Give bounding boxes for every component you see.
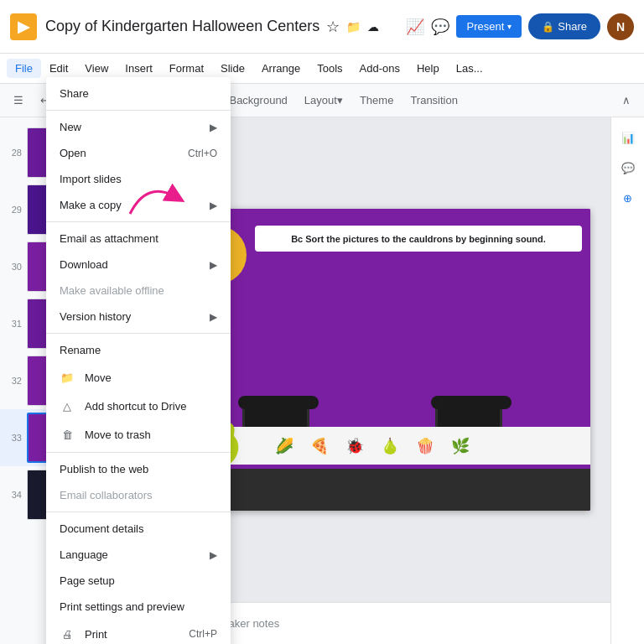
menu-last-edit[interactable]: Las...: [448, 59, 491, 78]
menu-item-open[interactable]: Open Ctrl+O: [46, 140, 231, 166]
app-icon: ▶: [10, 13, 37, 40]
new-arrow: ▶: [210, 122, 217, 133]
user-avatar[interactable]: N: [607, 13, 634, 40]
publish-label: Publish to the web: [60, 463, 148, 475]
open-shortcut: Ctrl+O: [188, 148, 217, 159]
expand-right-icon[interactable]: ⊕: [615, 184, 641, 211]
toolbar-transition[interactable]: Transition: [403, 91, 465, 110]
download-arrow: ▶: [210, 259, 217, 271]
move-folder-icon: 📁: [60, 370, 75, 385]
menu-item-print-settings[interactable]: Print settings and preview: [46, 594, 231, 620]
menu-item-email[interactable]: Email as attachment: [46, 226, 231, 252]
menu-item-page-setup[interactable]: Page setup: [46, 568, 231, 594]
menu-item-move[interactable]: 📁 Move: [46, 363, 231, 392]
print-settings-label: Print settings and preview: [60, 600, 184, 613]
present-button[interactable]: Present ▾: [456, 15, 522, 38]
doc-title-text: Copy of Kindergarten Halloween Centers: [45, 18, 319, 35]
copy-arrow: ▶: [210, 200, 217, 211]
details-label: Document details: [60, 522, 143, 535]
folder-icon[interactable]: 📁: [346, 20, 361, 34]
page-setup-label: Page setup: [60, 574, 115, 587]
menu-item-publish[interactable]: Publish to the web: [46, 456, 231, 482]
history-arrow: ▶: [210, 311, 217, 323]
menu-format[interactable]: Format: [161, 59, 212, 78]
move-label: Move: [85, 371, 112, 384]
import-label: Import slides: [60, 173, 122, 185]
toolbar-menu-btn[interactable]: ☰: [7, 91, 30, 110]
share-button[interactable]: 🔒 Share: [528, 13, 600, 39]
slide-number-32: 32: [7, 376, 22, 386]
menu-item-email-collab: Email collaborators: [46, 482, 231, 508]
divider-2: [46, 221, 231, 222]
print-icon: 🖨: [60, 626, 75, 641]
toolbar-layout[interactable]: Layout▾: [298, 91, 350, 110]
open-label: Open: [60, 147, 86, 159]
drive-icon: △: [60, 398, 75, 413]
menu-tools[interactable]: Tools: [309, 59, 351, 78]
language-arrow: ▶: [210, 549, 217, 561]
email-collab-label: Email collaborators: [60, 489, 153, 501]
language-label: Language: [60, 548, 108, 561]
print-shortcut: Ctrl+P: [189, 628, 217, 640]
analytics-icon[interactable]: 📈: [406, 18, 424, 36]
copy-label: Make a copy: [60, 199, 122, 211]
menu-item-trash[interactable]: 🗑 Move to trash: [46, 420, 231, 449]
menu-item-history[interactable]: Version history ▶: [46, 304, 231, 330]
new-label: New: [60, 121, 81, 133]
menu-file[interactable]: File: [7, 59, 41, 78]
menu-slide[interactable]: Slide: [212, 59, 253, 78]
slide-number-34: 34: [7, 490, 22, 500]
menu-item-rename[interactable]: Rename: [46, 337, 231, 363]
comment-icon[interactable]: 💬: [431, 18, 449, 36]
menu-item-language[interactable]: Language ▶: [46, 542, 231, 568]
menu-item-offline: Make available offline: [46, 278, 231, 304]
menu-view[interactable]: View: [76, 59, 117, 78]
trash-icon: 🗑: [60, 427, 75, 442]
top-bar: ▶ Copy of Kindergarten Halloween Centers…: [0, 0, 644, 54]
toolbar-collapse[interactable]: ∧: [615, 91, 637, 110]
right-sidebar: 📊 💬 ⊕: [610, 117, 644, 644]
menu-help[interactable]: Help: [408, 59, 448, 78]
slide-number-31: 31: [7, 319, 22, 329]
menu-arrange[interactable]: Arrange: [253, 59, 309, 78]
slide-number-29: 29: [7, 205, 22, 215]
slide-number-33: 33: [7, 433, 22, 443]
trash-label: Move to trash: [85, 428, 151, 441]
file-dropdown-menu: Share New ▶ Open Ctrl+O Import slides Ma…: [46, 77, 231, 644]
menu-item-share[interactable]: Share: [46, 80, 231, 106]
menu-item-shortcut[interactable]: △ Add shortcut to Drive: [46, 392, 231, 420]
menu-insert[interactable]: Insert: [117, 59, 161, 78]
menu-item-print[interactable]: 🖨 Print Ctrl+P: [46, 620, 231, 644]
present-dropdown-icon: ▾: [507, 22, 512, 31]
menu-item-import[interactable]: Import slides: [46, 166, 231, 192]
doc-title: Copy of Kindergarten Halloween Centers ☆…: [45, 18, 406, 36]
email-label: Email as attachment: [60, 232, 158, 245]
divider-3: [46, 333, 231, 334]
cloud-icon[interactable]: ☁: [367, 20, 379, 34]
divider-4: [46, 452, 231, 453]
star-icon[interactable]: ☆: [326, 18, 340, 36]
slide-number-28: 28: [7, 148, 22, 158]
doc-title-area: Copy of Kindergarten Halloween Centers ☆…: [45, 18, 406, 36]
divider-5: [46, 512, 231, 512]
menu-item-download[interactable]: Download ▶: [46, 252, 231, 278]
menu-item-copy[interactable]: Make a copy ▶: [46, 192, 231, 218]
download-label: Download: [60, 258, 108, 271]
slide-number-30: 30: [7, 262, 22, 272]
toolbar-background[interactable]: Background: [222, 91, 293, 110]
menu-edit[interactable]: Edit: [41, 59, 76, 78]
menu-item-details[interactable]: Document details: [46, 516, 231, 542]
divider-1: [46, 110, 231, 111]
menu-addons[interactable]: Add-ons: [351, 59, 408, 78]
rename-label: Rename: [60, 344, 101, 356]
shortcut-label: Add shortcut to Drive: [85, 400, 186, 413]
offline-label: Make available offline: [60, 284, 164, 297]
history-label: Version history: [60, 310, 131, 323]
toolbar-theme[interactable]: Theme: [353, 91, 400, 110]
analytics-right-icon[interactable]: 📊: [615, 124, 641, 151]
comment-right-icon[interactable]: 💬: [615, 154, 641, 181]
menu-item-new[interactable]: New ▶: [46, 114, 231, 140]
share-label: Share: [60, 87, 89, 100]
top-right-area: 📈 💬 Present ▾ 🔒 Share N: [406, 13, 634, 40]
print-label: Print: [85, 628, 107, 641]
